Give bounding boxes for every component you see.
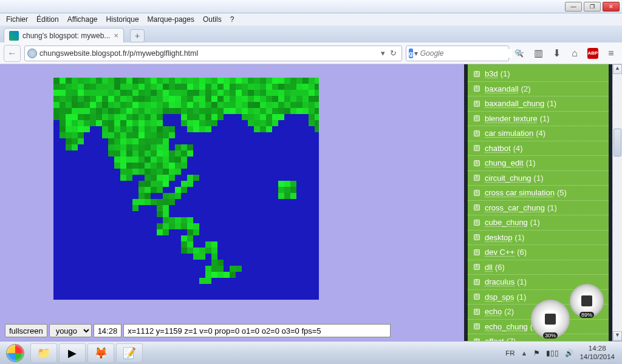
bookmark-star-icon[interactable]: ☆ [513, 46, 527, 61]
tag-count: (1) [516, 292, 526, 302]
tag-link[interactable]: dll [485, 263, 493, 272]
tag-link[interactable]: car simulation [485, 129, 533, 138]
bullet-icon [474, 130, 480, 136]
tag-link[interactable]: cross car simulation [485, 188, 555, 197]
menu-edition[interactable]: Édition [33, 15, 63, 24]
tag-item[interactable]: dev C++ (6) [468, 245, 609, 260]
tag-item[interactable]: baxandall_chung (1) [468, 96, 609, 112]
tag-item[interactable]: dll (6) [468, 260, 609, 275]
tag-count: (1) [547, 203, 557, 212]
maximize-button[interactable]: ❐ [584, 2, 601, 12]
menubar: Fichier Édition Affichage Historique Mar… [0, 13, 622, 25]
menu-help[interactable]: ? [227, 15, 238, 24]
adblock-icon[interactable]: ABP [586, 46, 600, 61]
reading-list-icon[interactable]: ▥ [531, 46, 545, 61]
new-tab-button[interactable]: + [130, 29, 145, 42]
bullet-icon [474, 204, 480, 211]
search-box[interactable]: g ▾ 🔍 [406, 46, 509, 61]
tag-link[interactable]: draculus [485, 277, 514, 286]
game-controls: fullscreen yougo 14:28 x=1112 y=1159 z=1… [5, 324, 391, 337]
tag-link[interactable]: chatbot [485, 144, 511, 153]
tag-link[interactable]: desktop [485, 233, 513, 242]
site-identity-icon[interactable] [27, 49, 37, 58]
search-engine-dropdown-icon[interactable]: ▾ [414, 49, 418, 58]
tray-network-icon[interactable]: ▮▯▯ [546, 349, 559, 357]
tag-link[interactable]: dsp_sps [485, 292, 514, 302]
tag-link[interactable]: baxandall_chung [485, 99, 544, 108]
tag-count: (1) [526, 158, 536, 167]
tray-lang[interactable]: FR [505, 349, 514, 357]
webgl-canvas[interactable] [53, 78, 319, 300]
tag-item[interactable]: effect (7) [468, 334, 609, 341]
tray-expand-icon[interactable]: ▲ [521, 349, 528, 357]
back-button[interactable]: ← [4, 45, 21, 62]
task-notepadpp[interactable]: 📝 [116, 343, 143, 363]
bullet-icon [474, 160, 480, 166]
tag-link[interactable]: echo_chung [485, 322, 528, 331]
url-bar[interactable]: chungswebsite.blogspot.fr/p/mywebglfligh… [24, 46, 402, 61]
reload-button[interactable]: ↻ [388, 49, 399, 58]
tag-item[interactable]: dsp_sps (1) [468, 290, 609, 305]
scroll-track[interactable] [613, 74, 622, 331]
tag-item[interactable]: cube_chung (1) [468, 215, 609, 231]
bullet-icon [474, 220, 480, 226]
navbar: ← chungswebsite.blogspot.fr/p/mywebglfli… [0, 42, 622, 64]
mode-select[interactable]: yougo [49, 324, 92, 337]
menu-historique[interactable]: Historique [103, 15, 143, 24]
tag-link[interactable]: chung_edit [485, 158, 524, 167]
tag-count: (1) [534, 174, 544, 183]
menu-outils[interactable]: Outils [199, 15, 225, 24]
minimize-button[interactable]: — [565, 2, 582, 12]
tag-item[interactable]: baxandall (2) [468, 82, 609, 97]
tag-link[interactable]: blender texture [485, 114, 538, 123]
tag-item[interactable]: draculus (1) [468, 275, 609, 290]
bullet-icon [474, 175, 480, 181]
tag-link[interactable]: circuit_chung [485, 174, 531, 183]
tag-link[interactable]: b3d [485, 69, 498, 78]
url-history-dropdown-icon[interactable]: ▾ [378, 49, 388, 58]
tag-item[interactable]: cross car simulation (5) [468, 186, 609, 201]
tag-link[interactable]: baxandall [485, 84, 519, 93]
tag-link[interactable]: cross_car_chung [485, 203, 545, 212]
fullscreen-button[interactable]: fullscreen [5, 324, 47, 337]
tag-item[interactable]: echo (2) [468, 305, 609, 320]
start-button[interactable] [2, 343, 28, 363]
bullet-icon [474, 294, 480, 300]
vertical-scrollbar[interactable]: ▲ ▼ [612, 64, 622, 341]
tag-item[interactable]: blender texture (1) [468, 112, 609, 127]
task-media-player[interactable]: ▶ [59, 343, 86, 363]
scroll-down-icon[interactable]: ▼ [613, 331, 622, 341]
tag-item[interactable]: chatbot (4) [468, 141, 609, 157]
search-input[interactable] [420, 49, 512, 58]
tray-flag-icon[interactable]: ⚑ [533, 349, 540, 357]
tag-item[interactable]: circuit_chung (1) [468, 171, 609, 186]
tag-item[interactable]: echo_chung (1) [468, 320, 609, 335]
browser-tab[interactable]: chung's blogspot: myweb... × [4, 28, 124, 42]
tag-link[interactable]: cube_chung [485, 218, 528, 227]
menu-affichage[interactable]: Affichage [64, 15, 101, 24]
tag-item[interactable]: chung_edit (1) [468, 156, 609, 171]
downloads-icon[interactable]: ⬇ [549, 46, 564, 61]
tag-link[interactable]: echo [485, 307, 502, 316]
task-explorer[interactable]: 📁 [30, 343, 57, 363]
hamburger-menu-icon[interactable]: ≡ [604, 46, 618, 61]
tag-item[interactable]: b3d (1) [468, 67, 609, 82]
close-button[interactable]: ✕ [603, 2, 620, 12]
tag-item[interactable]: desktop (1) [468, 231, 609, 246]
tray-volume-icon[interactable]: 🔊 [565, 349, 573, 357]
bullet-icon [474, 234, 480, 240]
home-icon[interactable]: ⌂ [567, 46, 582, 61]
menu-fichier[interactable]: Fichier [2, 15, 32, 24]
tab-close-icon[interactable]: × [114, 31, 118, 40]
tag-item[interactable]: car simulation (4) [468, 126, 609, 141]
scroll-thumb[interactable] [613, 129, 621, 157]
menu-marque-pages[interactable]: Marque-pages [144, 15, 198, 24]
scroll-up-icon[interactable]: ▲ [613, 64, 622, 74]
task-firefox[interactable]: 🦊 [87, 343, 114, 363]
tag-link[interactable]: dev C++ [485, 248, 514, 257]
tag-item[interactable]: cross_car_chung (1) [468, 201, 609, 216]
favicon-icon [9, 31, 19, 41]
search-engine-icon[interactable]: g [409, 49, 413, 58]
tag-link[interactable]: effect [485, 337, 504, 341]
tray-clock[interactable]: 14:28 14/10/2014 [579, 345, 615, 360]
